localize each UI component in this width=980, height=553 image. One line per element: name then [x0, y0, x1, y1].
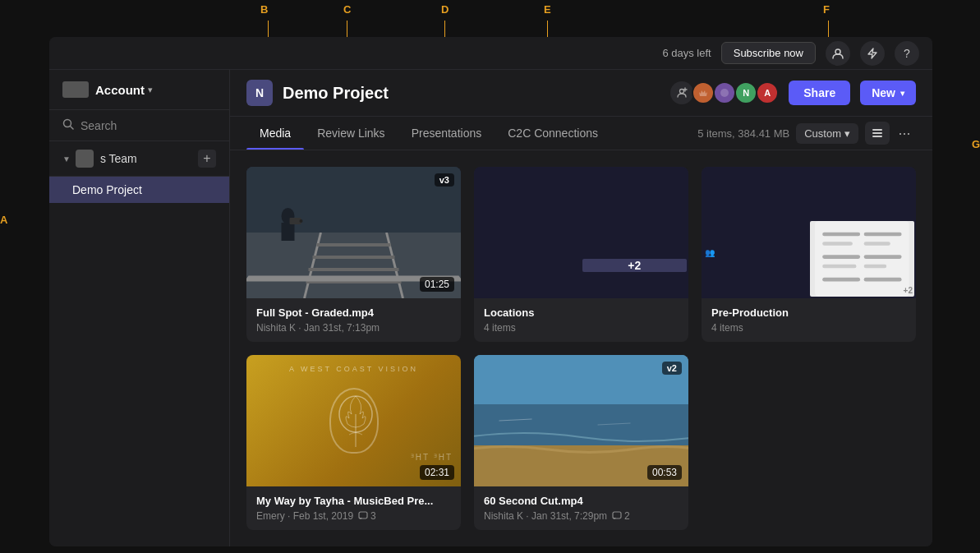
view-toggle-button[interactable] [865, 122, 890, 145]
media-card-1[interactable]: v3 01:25 Full Spot - Graded.mp4 Nishita … [246, 167, 461, 342]
tab-review-links[interactable]: Review Links [304, 117, 398, 150]
tabs-bar: Media Review Links Presentations C2C Con… [230, 117, 932, 150]
svg-rect-33 [864, 278, 902, 282]
subscribe-button[interactable]: Subscribe now [721, 42, 816, 64]
thumbnail-preproduction: 👥 [702, 167, 916, 298]
team-expand-icon[interactable]: ▼ [62, 154, 71, 164]
duration-4: 02:31 [420, 465, 454, 480]
svg-line-2 [71, 127, 74, 130]
list-view-icon [872, 127, 883, 139]
avatar-n: N [734, 81, 757, 104]
svg-rect-21 [290, 218, 301, 224]
svg-rect-26 [864, 233, 902, 237]
rose-svg [331, 389, 380, 455]
add-member-button[interactable] [670, 81, 693, 104]
page-title: Demo Project [283, 84, 656, 103]
tab-presentations[interactable]: Presentations [398, 117, 495, 150]
search-label: Search [81, 119, 117, 132]
media-meta-1: Nishita K · Jan 31st, 7:13pm [256, 322, 451, 334]
svg-rect-18 [246, 167, 461, 233]
bolt-icon [867, 48, 877, 59]
media-card-4[interactable]: A WEST COAST VISION [246, 355, 461, 530]
svg-rect-28 [822, 256, 860, 260]
sidebar-item-demo-project[interactable]: Demo Project [49, 177, 229, 203]
svg-rect-25 [822, 242, 853, 246]
comment-count-4: 3 [358, 510, 376, 522]
media-meta-3: 4 items [711, 322, 906, 334]
sidebar-account[interactable]: Account ▾ [49, 70, 229, 110]
media-name-1: Full Spot - Graded.mp4 [256, 306, 451, 319]
duration-1: 01:25 [420, 277, 454, 292]
thumbnail-locations: +2 [474, 167, 688, 298]
comment-icon-5 [612, 511, 622, 521]
loc-thumb-plus: +2 [582, 259, 688, 272]
help-icon: ? [904, 47, 910, 60]
media-thumb-3: 👥 [702, 167, 916, 298]
main-body: Account ▾ Search ▼ s Team + [49, 70, 932, 546]
ann-a: A [0, 214, 7, 226]
svg-rect-31 [864, 265, 887, 269]
media-meta-2: 4 items [484, 322, 679, 334]
svg-rect-35 [359, 512, 367, 518]
more-options-button[interactable]: ··· [893, 122, 916, 145]
svg-rect-29 [822, 265, 856, 269]
account-logo [62, 81, 89, 98]
svg-rect-20 [282, 223, 295, 241]
media-info-2: Locations 4 items [474, 298, 688, 342]
media-thumb-4: A WEST COAST VISION [246, 355, 461, 486]
svg-rect-7 [872, 129, 882, 131]
media-thumb-2: +2 [474, 167, 688, 298]
help-icon-button[interactable]: ? [895, 41, 919, 66]
app-outer: 6 days left Subscribe now ? [0, 0, 980, 553]
avatar-1 [692, 81, 715, 104]
project-header: N Demo Project N [230, 70, 932, 117]
rose-graphic [329, 388, 379, 454]
version-badge-1: v3 [435, 173, 454, 187]
svg-rect-9 [872, 136, 882, 137]
items-info: 5 items, 384.41 MB [697, 127, 789, 140]
topbar: 6 days left Subscribe now ? [49, 37, 932, 70]
media-name-5: 60 Second Cut.mp4 [484, 495, 679, 507]
svg-point-0 [835, 49, 840, 54]
share-button[interactable]: Share [789, 81, 850, 105]
media-card-2[interactable]: +2 Locations 4 items [474, 167, 688, 342]
media-info-4: My Way by Tayha - MusicBed Pre... Emery … [246, 486, 461, 530]
svg-rect-30 [864, 256, 902, 260]
svg-rect-41 [613, 512, 621, 518]
content-area: N Demo Project N [230, 70, 932, 546]
svg-rect-32 [822, 278, 860, 282]
media-card-5[interactable]: v2 00:53 60 Second Cut.mp4 Nishita K · J… [474, 355, 688, 530]
new-button[interactable]: New ▾ [860, 81, 916, 105]
media-info-3: Pre-Production 4 items [702, 298, 916, 342]
member-avatars: N A [665, 81, 779, 104]
new-caret: ▾ [900, 89, 904, 98]
avatar-a: A [756, 81, 779, 104]
tab-c2c[interactable]: C2C Connections [495, 117, 611, 150]
media-meta-5: Nishita K · Jan 31st, 7:29pm 2 [484, 510, 679, 522]
user-icon [832, 48, 844, 59]
sort-label: Custom [804, 127, 841, 140]
media-card-3[interactable]: 👥 [702, 167, 916, 342]
user-icon-button[interactable] [826, 41, 850, 66]
app-window: 6 days left Subscribe now ? [49, 37, 932, 546]
sidebar-team-header: ▼ s Team + [49, 141, 229, 177]
media-info-1: Full Spot - Graded.mp4 Nishita K · Jan 3… [246, 298, 461, 342]
duration-5: 00:53 [647, 465, 682, 480]
comment-icon-4 [358, 511, 368, 521]
add-team-button[interactable]: + [198, 150, 216, 168]
media-meta-4: Emery · Feb 1st, 2019 3 [256, 510, 451, 522]
svg-point-22 [300, 219, 303, 223]
music-text-top: A WEST COAST VISION [289, 365, 418, 373]
music-text-overlay: ᴲHT ᴲHT [411, 453, 453, 462]
sidebar-search[interactable]: Search [49, 110, 229, 141]
avatar-2 [713, 81, 736, 104]
sort-dropdown[interactable]: Custom ▾ [796, 123, 858, 144]
schedule-icon [815, 221, 909, 297]
media-info-5: 60 Second Cut.mp4 Nishita K · Jan 31st, … [474, 486, 688, 530]
bolt-icon-button[interactable] [860, 41, 885, 66]
tab-media[interactable]: Media [246, 117, 304, 150]
media-thumb-5: v2 00:53 [474, 355, 688, 486]
svg-rect-24 [822, 233, 860, 237]
version-badge-5: v2 [662, 362, 682, 375]
pp-thumb-4: +2 [810, 221, 915, 297]
